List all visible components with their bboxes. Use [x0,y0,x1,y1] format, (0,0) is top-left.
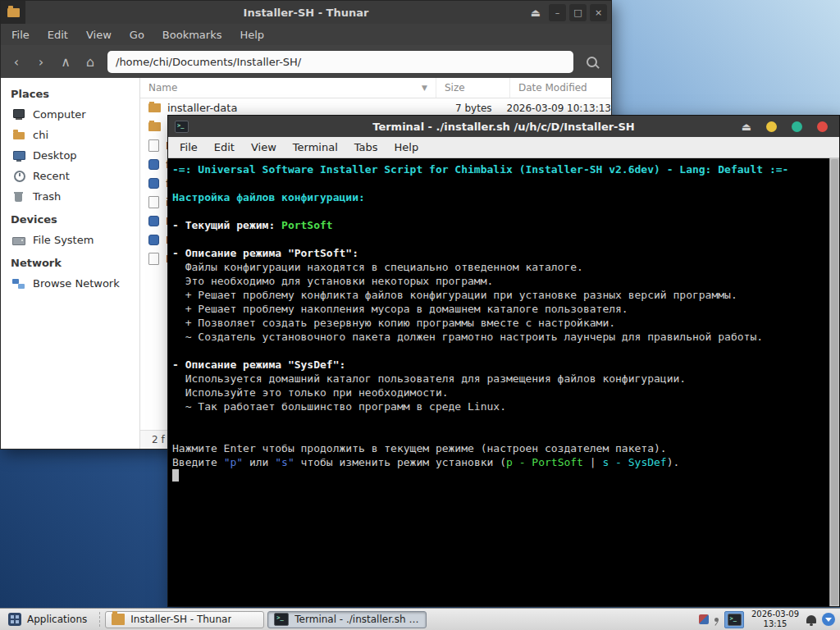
search-button[interactable] [580,50,603,73]
terminal-menu-file[interactable]: File [180,141,198,153]
sidebar-item-label: chi [33,129,48,141]
thunar-icon [112,614,125,625]
terminal-window-controls: ⏏ [742,121,833,133]
computer-icon [12,108,25,121]
terminal-menu-terminal[interactable]: Terminal [293,141,338,153]
folder-icon [148,103,161,112]
terminal-window-title: Terminal - ./installer.sh /u/h/c/D/Insta… [168,121,839,133]
terminal-line: - Описание режима "PortSoft": [172,246,824,260]
exec-icon [148,216,159,226]
exec-icon [148,178,159,189]
terminal-line: Это необходимо для установки некоторых п… [172,274,824,288]
thunar-minimize-button[interactable]: – [549,4,566,21]
taskbar-separator [99,612,101,627]
folder-icon [148,122,161,131]
terminal-icon [728,614,742,626]
thunar-menu-help[interactable]: Help [240,29,264,41]
thunar-sidebar: PlacesComputerchiDesktopRecentTrashDevic… [1,78,140,449]
thunar-menu-go[interactable]: Go [130,29,144,41]
back-button[interactable]: ‹ [4,49,29,74]
thunar-menu-view[interactable]: View [86,29,112,41]
sidebar-item-label: Recent [33,170,70,182]
exec-icon [148,235,159,245]
sidebar-item-recent[interactable]: Recent [1,166,139,186]
trash-icon [12,190,25,203]
forward-button[interactable]: › [29,49,53,74]
thunar-shade-button[interactable]: ⏏ [531,7,541,19]
sidebar-item-chi[interactable]: chi [1,125,139,145]
taskbar-button-terminal[interactable]: Terminal - ./installer.sh /... [267,611,427,628]
clock[interactable]: 2026-03-09 13:15 [750,609,801,630]
column-header-date[interactable]: Date Modified [509,78,611,98]
terminal-minimize-button[interactable] [766,121,777,132]
task-label: Installer-SH - Thunar [130,614,231,625]
terminal-line: - Текущий режим: PortSoft [172,218,824,232]
up-button[interactable]: ∧ [53,49,78,74]
network-icon [12,277,25,290]
scrollbar-thumb[interactable] [831,159,838,605]
thunar-window-menu-button[interactable] [1,1,25,24]
sort-descending-icon: ▼ [422,84,427,92]
terminal-menu-edit[interactable]: Edit [214,141,235,153]
applications-menu-button[interactable]: Applications [0,609,95,630]
terminal-line: ~ Так работает большинство программ в ср… [172,399,824,413]
thunar-window-controls: ⏏ – □ × [531,4,611,21]
thunar-menu-bookmarks[interactable]: Bookmarks [162,29,222,41]
applications-label: Applications [27,614,87,625]
column-header-size[interactable]: Size [436,78,509,98]
terminal-line: + Решает проблему накопления мусора в до… [172,302,824,316]
terminal-line: + Решает проблему конфликта файлов конфи… [172,288,824,302]
terminal-cursor [172,469,179,482]
applications-icon [8,613,21,626]
terminal-titlebar[interactable]: Terminal - ./installer.sh /u/h/c/D/Insta… [168,116,839,137]
location-bar[interactable]: /home/chi/Documents/Installer-SH/ [107,51,573,73]
tray-pin-icon[interactable] [714,618,719,622]
terminal-line: Используйте это только при необходимости… [172,386,824,399]
taskbar-button-thunar[interactable]: Installer-SH - Thunar [105,611,264,628]
thunar-titlebar[interactable]: Installer-SH - Thunar ⏏ – □ × [1,1,611,24]
thunar-close-button[interactable]: × [590,4,607,21]
sidebar-item-desktop[interactable]: Desktop [1,145,139,166]
terminal-line [172,413,824,427]
file-icon [148,196,159,208]
task-label: Terminal - ./installer.sh /... [294,614,420,625]
terminal-maximize-button[interactable] [792,121,802,132]
sidebar-section-places: Places [1,81,139,104]
thunar-menu-edit[interactable]: Edit [48,29,68,41]
terminal-close-button[interactable] [817,121,828,132]
terminal-menu-help[interactable]: Help [395,141,419,153]
system-tray: 2026-03-09 13:15 [699,609,840,630]
terminal-menu-view[interactable]: View [251,141,276,153]
home-icon [12,129,25,141]
terminal-output: -=: Universal Software Installer Script … [172,162,824,483]
notification-bell-icon[interactable] [806,615,816,623]
drive-icon [12,234,25,246]
terminal-line: Настройка файлов конфигурации: [172,190,824,204]
terminal-shade-button[interactable]: ⏏ [742,121,751,133]
column-header-name[interactable]: Name ▼ [140,78,436,98]
sidebar-item-trash[interactable]: Trash [1,186,139,207]
file-date-modified: 2026-03-09 10:13:13 [502,103,611,114]
terminal-menu-tabs[interactable]: Tabs [354,141,378,153]
terminal-line: + Позволяет создать резервную копию прог… [172,316,824,330]
home-button[interactable]: ⌂ [78,49,103,74]
terminal-content[interactable]: -=: Universal Software Installer Script … [168,158,839,606]
exec-icon [148,159,159,170]
sidebar-item-label: Browse Network [33,277,120,290]
sidebar-item-file-system[interactable]: File System [1,230,139,250]
terminal-scrollbar[interactable] [829,158,839,606]
clock-date: 2026-03-09 [750,609,801,620]
tray-clipboard-icon[interactable] [822,613,835,626]
thunar-maximize-button[interactable]: □ [569,4,587,21]
sidebar-section-network: Network [1,250,139,273]
terminal-line [172,204,824,218]
file-list-header: Name ▼ Size Date Modified [140,78,611,98]
file-icon [148,253,159,265]
sidebar-item-browse-network[interactable]: Browse Network [1,273,139,294]
sidebar-item-computer[interactable]: Computer [1,104,139,125]
tray-terminal-icon[interactable] [724,611,744,628]
thunar-menu-file[interactable]: File [11,29,30,41]
tray-icon-1[interactable] [699,614,709,624]
sidebar-section-devices: Devices [1,207,139,230]
sidebar-item-label: File System [33,234,94,246]
